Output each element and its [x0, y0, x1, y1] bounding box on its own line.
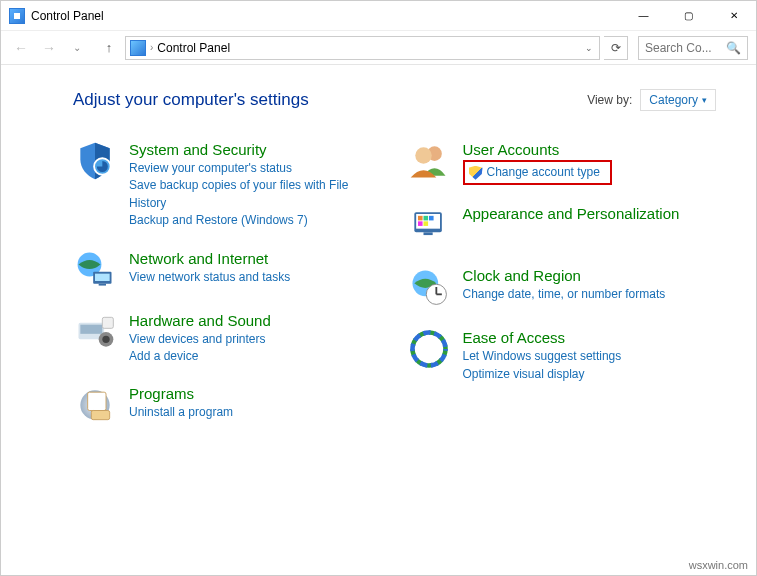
window-controls: — ▢ ✕: [621, 1, 756, 30]
svg-rect-11: [88, 393, 106, 411]
uac-shield-icon: [469, 166, 483, 180]
viewby-label: View by:: [587, 93, 632, 107]
category-clock-region: Clock and Region Change date, time, or n…: [407, 265, 717, 309]
category-link[interactable]: Add a device: [129, 348, 271, 365]
category-appearance-personalization: Appearance and Personalization: [407, 203, 717, 247]
category-body: Network and Internet View network status…: [129, 248, 290, 292]
programs-icon: [73, 383, 117, 427]
svg-rect-22: [423, 233, 432, 236]
category-link[interactable]: View devices and printers: [129, 331, 271, 348]
back-button[interactable]: ←: [9, 36, 33, 60]
window-title: Control Panel: [31, 9, 621, 23]
svg-rect-9: [102, 317, 113, 328]
category-title[interactable]: Clock and Region: [463, 267, 666, 284]
category-link[interactable]: Change date, time, or number formats: [463, 286, 666, 303]
category-title[interactable]: System and Security: [129, 141, 383, 158]
watermark: wsxwin.com: [689, 559, 748, 571]
appearance-personalization-icon: [407, 203, 451, 247]
svg-rect-20: [418, 222, 423, 227]
left-column: System and Security Review your computer…: [73, 139, 383, 445]
category-body: Ease of Access Let Windows suggest setti…: [463, 327, 622, 383]
viewby-value: Category: [649, 93, 698, 107]
forward-button[interactable]: →: [37, 36, 61, 60]
viewby-select[interactable]: Category ▾: [640, 89, 716, 111]
breadcrumb[interactable]: Control Panel: [157, 41, 577, 55]
search-box[interactable]: 🔍: [638, 36, 748, 60]
titlebar: Control Panel — ▢ ✕: [1, 1, 756, 31]
category-title[interactable]: User Accounts: [463, 141, 612, 158]
recent-dropdown[interactable]: ⌄: [65, 36, 89, 60]
svg-rect-21: [423, 222, 428, 227]
header-row: Adjust your computer's settings View by:…: [73, 89, 716, 111]
category-title[interactable]: Programs: [129, 385, 233, 402]
close-button[interactable]: ✕: [711, 1, 756, 30]
system-security-icon: [73, 139, 117, 183]
right-column: User Accounts Change account type Appear…: [407, 139, 717, 445]
up-button[interactable]: ↑: [99, 38, 119, 58]
category-title[interactable]: Hardware and Sound: [129, 312, 271, 329]
svg-rect-3: [95, 273, 110, 280]
clock-region-icon: [407, 265, 451, 309]
category-network-internet: Network and Internet View network status…: [73, 248, 383, 292]
category-link[interactable]: Optimize visual display: [463, 366, 622, 383]
category-title[interactable]: Ease of Access: [463, 329, 622, 346]
category-link[interactable]: Save backup copies of your files with Fi…: [129, 177, 383, 212]
svg-rect-6: [80, 324, 102, 333]
svg-rect-4: [99, 283, 106, 285]
category-user-accounts: User Accounts Change account type: [407, 139, 717, 185]
hardware-sound-icon: [73, 310, 117, 354]
category-hardware-sound: Hardware and Sound View devices and prin…: [73, 310, 383, 366]
category-programs: Programs Uninstall a program: [73, 383, 383, 427]
category-body: User Accounts Change account type: [463, 139, 612, 185]
svg-rect-18: [423, 216, 428, 221]
category-body: Appearance and Personalization: [463, 203, 680, 247]
search-icon: 🔍: [726, 41, 741, 55]
category-title[interactable]: Appearance and Personalization: [463, 205, 680, 222]
svg-point-8: [102, 335, 109, 342]
network-internet-icon: [73, 248, 117, 292]
category-body: Hardware and Sound View devices and prin…: [129, 310, 271, 366]
category-columns: System and Security Review your computer…: [73, 139, 716, 445]
content: Adjust your computer's settings View by:…: [1, 65, 756, 455]
address-dropdown[interactable]: ⌄: [581, 43, 597, 53]
viewby-box: View by: Category ▾: [587, 89, 716, 111]
minimize-button[interactable]: —: [621, 1, 666, 30]
ease-of-access-icon: [407, 327, 451, 371]
category-link[interactable]: Let Windows suggest settings: [463, 348, 622, 365]
category-body: Clock and Region Change date, time, or n…: [463, 265, 666, 309]
category-link[interactable]: Backup and Restore (Windows 7): [129, 212, 383, 229]
svg-rect-12: [91, 411, 109, 420]
category-link[interactable]: Uninstall a program: [129, 404, 233, 421]
address-bar[interactable]: › Control Panel ⌄: [125, 36, 600, 60]
svg-rect-19: [429, 216, 434, 221]
category-title[interactable]: Network and Internet: [129, 250, 290, 267]
highlighted-link-box: Change account type: [463, 160, 612, 185]
change-account-type-link[interactable]: Change account type: [487, 164, 600, 181]
category-link[interactable]: Review your computer's status: [129, 160, 383, 177]
location-icon: [130, 40, 146, 56]
user-accounts-icon: [407, 139, 451, 183]
maximize-button[interactable]: ▢: [666, 1, 711, 30]
chevron-down-icon: ▾: [702, 95, 707, 105]
category-link[interactable]: View network status and tasks: [129, 269, 290, 286]
control-panel-icon: [9, 8, 25, 24]
navbar: ← → ⌄ ↑ › Control Panel ⌄ ⟳ 🔍: [1, 31, 756, 65]
category-body: System and Security Review your computer…: [129, 139, 383, 230]
category-ease-of-access: Ease of Access Let Windows suggest setti…: [407, 327, 717, 383]
svg-point-14: [415, 147, 432, 164]
refresh-button[interactable]: ⟳: [604, 36, 628, 60]
page-title: Adjust your computer's settings: [73, 90, 309, 110]
category-body: Programs Uninstall a program: [129, 383, 233, 427]
category-system-security: System and Security Review your computer…: [73, 139, 383, 230]
svg-rect-17: [418, 216, 423, 221]
breadcrumb-separator: ›: [150, 42, 153, 53]
